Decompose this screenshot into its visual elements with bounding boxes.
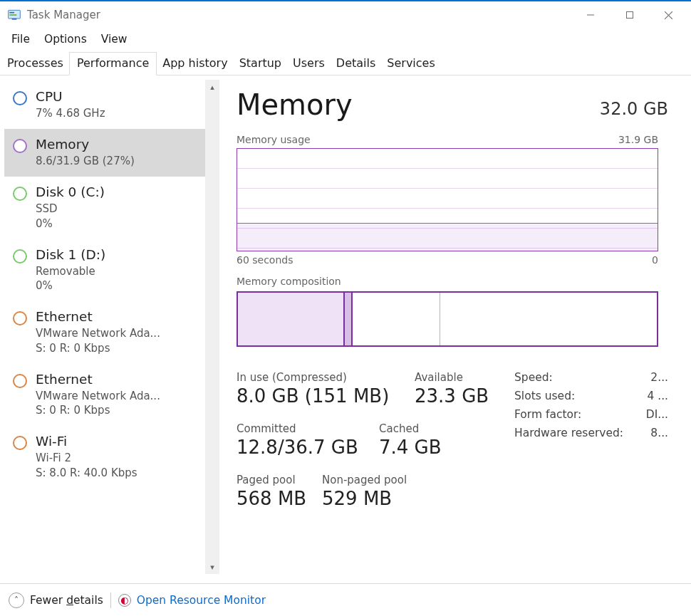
sidebar-sub: SSD xyxy=(36,202,105,216)
comp-seg-standby xyxy=(353,293,440,345)
page-title: Memory xyxy=(237,88,353,121)
kv-val: 4 ... xyxy=(647,390,668,402)
memory-usage-chart xyxy=(237,148,658,251)
kv-key: Form factor: xyxy=(514,408,581,421)
maximize-button[interactable] xyxy=(610,4,649,26)
comp-seg-modified xyxy=(345,293,353,345)
sidebar-title: CPU xyxy=(36,88,105,106)
separator xyxy=(110,592,111,608)
sidebar-title: Ethernet xyxy=(36,308,160,326)
sidebar-item-ethernet-1[interactable]: Ethernet VMware Network Ada... S: 0 R: 0… xyxy=(4,301,205,363)
available-label: Available xyxy=(415,371,489,384)
memory-composition-bar xyxy=(237,291,658,347)
sidebar-title: Ethernet xyxy=(36,371,160,389)
paged-value: 568 MB xyxy=(237,488,322,509)
kv-key: Hardware reserved: xyxy=(514,427,623,439)
resource-monitor-icon: ◐ xyxy=(118,594,131,607)
sidebar-sub2: S: 8.0 R: 40.0 Kbps xyxy=(36,466,137,480)
perf-sidebar: CPU 7% 4.68 GHz Memory 8.6/31.9 GB (27%)… xyxy=(4,81,221,578)
scroll-up-icon[interactable]: ▴ xyxy=(205,80,219,94)
sidebar-sub: Removable xyxy=(36,264,105,278)
sidebar-sub: VMware Network Ada... xyxy=(36,389,160,403)
disk-icon xyxy=(13,249,27,263)
svg-rect-3 xyxy=(12,19,17,20)
inuse-label: In use (Compressed) xyxy=(237,371,415,384)
svg-rect-0 xyxy=(9,10,21,19)
svg-rect-2 xyxy=(9,14,16,16)
sidebar-sub2: S: 0 R: 0 Kbps xyxy=(36,341,160,355)
titlebar: Task Manager xyxy=(0,1,691,28)
sidebar-sub: 8.6/31.9 GB (27%) xyxy=(36,154,135,168)
sidebar-item-ethernet-2[interactable]: Ethernet VMware Network Ada... S: 0 R: 0… xyxy=(4,364,205,426)
sidebar-title: Memory xyxy=(36,136,135,154)
tab-apphistory[interactable]: App history xyxy=(157,52,233,75)
sidebar-sub2: S: 0 R: 0 Kbps xyxy=(36,403,160,417)
sidebar-scrollbar[interactable]: ▴ ▾ xyxy=(205,80,219,574)
usage-chart-label-right: 31.9 GB xyxy=(618,134,658,145)
chevron-up-icon: ˄ xyxy=(9,592,24,608)
sidebar-sub2: 0% xyxy=(36,278,105,293)
scroll-down-icon[interactable]: ▾ xyxy=(205,560,219,574)
sidebar-title: Disk 0 (C:) xyxy=(36,184,105,202)
memory-icon xyxy=(13,139,27,153)
disk-icon xyxy=(13,187,27,201)
committed-label: Committed xyxy=(237,422,379,435)
paged-label: Paged pool xyxy=(237,474,322,486)
minimize-button[interactable] xyxy=(571,4,610,26)
svg-rect-5 xyxy=(626,12,633,19)
footer: ˄ Fewer details ◐ Open Resource Monitor xyxy=(0,583,691,616)
wifi-icon xyxy=(13,436,27,450)
cpu-icon xyxy=(13,91,27,105)
window-title: Task Manager xyxy=(27,9,100,21)
comp-seg-free xyxy=(440,293,657,345)
cached-label: Cached xyxy=(379,422,442,435)
tabstrip: Processes Performance App history Startu… xyxy=(0,51,691,75)
tab-details[interactable]: Details xyxy=(331,52,381,75)
total-memory: 32.0 GB xyxy=(600,99,668,119)
fewer-details-button[interactable]: ˄ Fewer details xyxy=(9,592,103,608)
app-icon xyxy=(7,8,21,22)
usage-axis-left: 60 seconds xyxy=(237,254,293,266)
menu-view[interactable]: View xyxy=(95,31,133,47)
sidebar-item-cpu[interactable]: CPU 7% 4.68 GHz xyxy=(4,81,205,129)
sidebar-item-disk1[interactable]: Disk 1 (D:) Removable 0% xyxy=(4,239,205,301)
memory-properties: Speed:2... Slots used:4 ... Form factor:… xyxy=(514,371,668,525)
fewer-details-label: Fewer details xyxy=(30,594,103,607)
perf-main: Memory 32.0 GB Memory usage 31.9 GB 60 s… xyxy=(221,75,691,578)
nonpaged-value: 529 MB xyxy=(322,488,407,509)
committed-value: 12.8/36.7 GB xyxy=(237,437,379,458)
open-resource-monitor-link[interactable]: ◐ Open Resource Monitor xyxy=(118,594,266,607)
kv-val: 8... xyxy=(650,427,668,439)
menubar: File Options View xyxy=(0,28,691,51)
sidebar-item-wifi[interactable]: Wi-Fi Wi-Fi 2 S: 8.0 R: 40.0 Kbps xyxy=(4,426,205,488)
menu-options[interactable]: Options xyxy=(38,31,93,47)
sidebar-sub2: 0% xyxy=(36,216,105,231)
inuse-value: 8.0 GB (151 MB) xyxy=(237,385,415,407)
kv-val: DI... xyxy=(646,408,668,421)
tab-performance[interactable]: Performance xyxy=(69,52,157,75)
tab-processes[interactable]: Processes xyxy=(1,52,69,75)
ethernet-icon xyxy=(13,374,27,388)
available-value: 23.3 GB xyxy=(415,385,489,407)
cached-value: 7.4 GB xyxy=(379,437,442,458)
ethernet-icon xyxy=(13,311,27,325)
tab-startup[interactable]: Startup xyxy=(234,52,287,75)
tab-services[interactable]: Services xyxy=(381,52,440,75)
svg-rect-1 xyxy=(9,12,14,14)
sidebar-sub: 7% 4.68 GHz xyxy=(36,106,105,120)
sidebar-item-disk0[interactable]: Disk 0 (C:) SSD 0% xyxy=(4,177,205,239)
composition-label: Memory composition xyxy=(237,276,668,287)
close-button[interactable] xyxy=(649,4,688,26)
sidebar-sub: VMware Network Ada... xyxy=(36,326,160,340)
kv-key: Speed: xyxy=(514,371,553,384)
sidebar-title: Wi-Fi xyxy=(36,433,137,451)
tab-users[interactable]: Users xyxy=(287,52,331,75)
sidebar-title: Disk 1 (D:) xyxy=(36,246,105,264)
usage-fill xyxy=(237,223,658,251)
menu-file[interactable]: File xyxy=(6,31,36,47)
usage-axis-right: 0 xyxy=(652,254,658,266)
comp-seg-inuse xyxy=(238,293,345,345)
sidebar-item-memory[interactable]: Memory 8.6/31.9 GB (27%) xyxy=(4,129,205,177)
sidebar-sub: Wi-Fi 2 xyxy=(36,451,137,465)
usage-chart-label-left: Memory usage xyxy=(237,134,311,145)
